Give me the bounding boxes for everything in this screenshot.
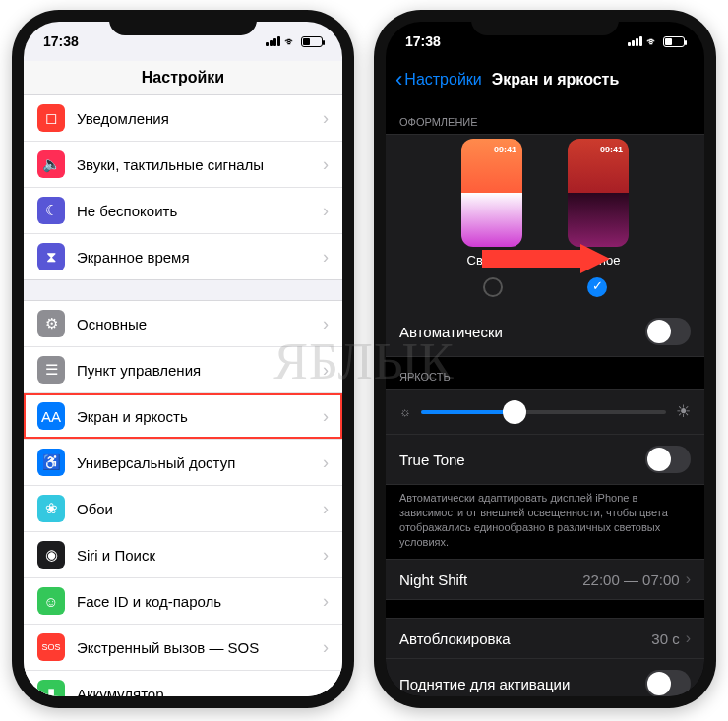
chevron-right-icon: ›: [686, 630, 691, 647]
settings-row[interactable]: ☰Пункт управления›: [24, 347, 342, 393]
settings-row-label: Обои: [77, 501, 323, 517]
chevron-right-icon: ›: [323, 154, 329, 175]
back-button[interactable]: ‹ Настройки: [395, 67, 482, 92]
appearance-dark[interactable]: 09:41 Темное: [568, 139, 629, 268]
toggle-automatic[interactable]: [645, 318, 691, 345]
settings-row[interactable]: SOSЭкстренный вызов — SOS›: [24, 625, 342, 671]
siri-icon: ◉: [37, 541, 65, 569]
settings-row-label: Экран и яркость: [77, 408, 323, 425]
settings-row-label: Звуки, тактильные сигналы: [77, 156, 323, 173]
appearance-light[interactable]: 09:41 Светлое: [461, 139, 522, 268]
settings-row[interactable]: ◻Уведомления›: [24, 95, 342, 142]
settings-row[interactable]: ☾Не беспокоить›: [24, 188, 342, 234]
phone-left: 17:38 ᯤ Настройки ◻Уведомления›🔈Звуки, т…: [12, 10, 354, 708]
brightness-slider[interactable]: [421, 410, 666, 414]
settings-row-label: Аккумулятор: [77, 686, 323, 697]
toggle-truetone[interactable]: [645, 446, 691, 473]
chevron-right-icon: ›: [323, 452, 329, 473]
settings-list[interactable]: ◻Уведомления›🔈Звуки, тактильные сигналы›…: [24, 95, 342, 696]
wifi-icon: ᯤ: [284, 34, 297, 49]
settings-row-label: Siri и Поиск: [77, 547, 323, 564]
battery-icon: [301, 36, 323, 47]
chevron-right-icon: ›: [323, 314, 329, 334]
chevron-right-icon: ›: [323, 247, 329, 268]
settings-row-label: Face ID и код-пароль: [77, 593, 323, 610]
chevron-right-icon: ›: [323, 201, 329, 221]
chevron-left-icon: ‹: [395, 67, 402, 92]
notifications-icon: ◻: [37, 104, 65, 132]
signal-icon: [628, 36, 642, 46]
settings-row[interactable]: ◉Siri и Поиск›: [24, 532, 342, 578]
appearance-picker: 09:41 Светлое 09:41 Темное: [386, 135, 704, 271]
general-icon: ⚙: [37, 310, 65, 337]
chevron-right-icon: ›: [323, 108, 329, 129]
section-header-brightness: ЯРКОСТЬ: [386, 357, 704, 389]
chevron-right-icon: ›: [323, 591, 329, 612]
notch: [109, 10, 257, 35]
chevron-right-icon: ›: [686, 571, 691, 588]
display-icon: AA: [37, 402, 65, 430]
chevron-right-icon: ›: [323, 499, 329, 519]
appearance-dark-radio[interactable]: [587, 277, 607, 297]
sun-large-icon: ☀: [676, 401, 691, 422]
sun-small-icon: ☼: [399, 404, 411, 419]
battery-icon: [663, 36, 685, 47]
page-title: Экран и яркость: [492, 71, 620, 89]
chevron-right-icon: ›: [323, 360, 329, 381]
brightness-slider-row: ☼ ☀: [386, 390, 704, 435]
dnd-icon: ☾: [37, 197, 65, 224]
screentime-icon: ⧗: [37, 243, 65, 270]
settings-row[interactable]: ♿Универсальный доступ›: [24, 440, 342, 486]
settings-row-label: Не беспокоить: [77, 203, 323, 219]
page-title: Настройки: [24, 61, 342, 95]
settings-row-label: Пункт управления: [77, 362, 323, 379]
chevron-right-icon: ›: [323, 637, 329, 658]
settings-row[interactable]: 🔈Звуки, тактильные сигналы›: [24, 142, 342, 188]
control-center-icon: ☰: [37, 356, 65, 384]
truetone-footer: Автоматически адаптировать дисплей iPhon…: [386, 485, 704, 559]
navbar: ‹ Настройки Экран и яркость: [386, 61, 704, 102]
settings-row[interactable]: ▮Аккумулятор›: [24, 671, 342, 696]
phone-right: 17:38 ᯤ ‹ Настройки Экран и яркость ОФОР…: [374, 10, 716, 708]
status-time: 17:38: [43, 33, 79, 49]
chevron-right-icon: ›: [323, 406, 329, 427]
notch: [471, 10, 619, 35]
settings-row-label: Экстренный вызов — SOS: [77, 639, 323, 656]
signal-icon: [266, 36, 280, 46]
settings-row-label: Экранное время: [77, 249, 323, 266]
settings-row[interactable]: ☺Face ID и код-пароль›: [24, 578, 342, 625]
faceid-icon: ☺: [37, 587, 65, 615]
sounds-icon: 🔈: [37, 150, 65, 178]
sos-icon: SOS: [37, 633, 65, 661]
chevron-right-icon: ›: [323, 684, 329, 697]
row-nightshift[interactable]: Night Shift 22:00 — 07:00›: [386, 560, 704, 600]
settings-row[interactable]: ⚙Основные›: [24, 301, 342, 347]
appearance-light-radio[interactable]: [483, 277, 503, 297]
wifi-icon: ᯤ: [646, 34, 659, 49]
row-autolock[interactable]: Автоблокировка 30 с›: [386, 619, 704, 659]
section-header-appearance: ОФОРМЛЕНИЕ: [386, 102, 704, 134]
status-time: 17:38: [405, 33, 441, 49]
settings-row[interactable]: ❀Обои›: [24, 486, 342, 532]
chevron-right-icon: ›: [323, 545, 329, 566]
accessibility-icon: ♿: [37, 449, 65, 476]
settings-row-label: Уведомления: [77, 110, 323, 127]
row-automatic[interactable]: Автоматически: [386, 307, 704, 357]
battery-icon: ▮: [37, 680, 65, 696]
toggle-raise[interactable]: [645, 670, 691, 696]
settings-row[interactable]: ⧗Экранное время›: [24, 234, 342, 279]
settings-row-label: Основные: [77, 316, 323, 332]
settings-row-label: Универсальный доступ: [77, 454, 323, 471]
row-truetone[interactable]: True Tone: [386, 435, 704, 485]
settings-row[interactable]: AAЭкран и яркость›: [24, 393, 342, 440]
wallpaper-icon: ❀: [37, 495, 65, 522]
row-raise-to-wake[interactable]: Поднятие для активации: [386, 659, 704, 696]
